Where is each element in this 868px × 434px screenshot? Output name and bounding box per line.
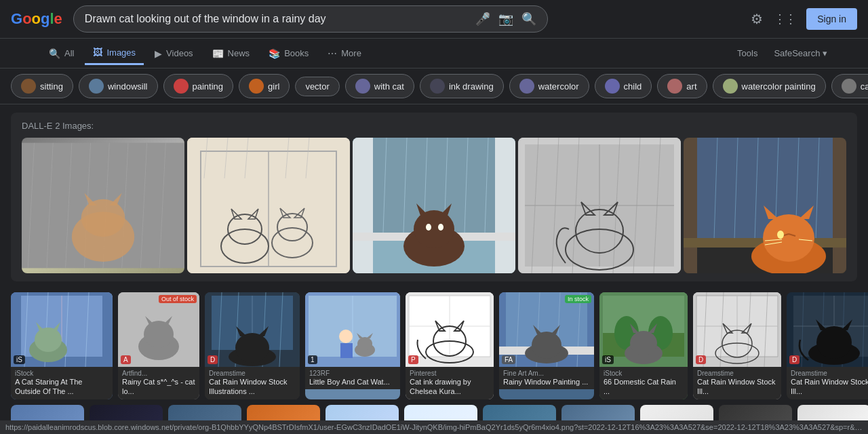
settings-icon[interactable]: ⚙ bbox=[751, 11, 763, 27]
chip-girl-thumb bbox=[249, 79, 264, 94]
tab-more-label: More bbox=[341, 48, 361, 58]
chip-ink-thumb bbox=[430, 79, 445, 94]
chip-watercolor-painting[interactable]: watercolor painting bbox=[713, 74, 826, 98]
dalle-image-3[interactable] bbox=[353, 138, 515, 273]
dalle-label: DALL-E 2 Images: bbox=[22, 121, 846, 131]
tab-all[interactable]: 🔍 All bbox=[41, 43, 82, 64]
svg-point-95 bbox=[144, 321, 174, 348]
chip-windowsill-thumb bbox=[89, 79, 104, 94]
svg-point-134 bbox=[532, 332, 561, 359]
camera-icon[interactable]: 📷 bbox=[498, 12, 513, 26]
search-submit-icon[interactable]: 🔍 bbox=[521, 12, 536, 26]
dalle-image-2[interactable] bbox=[187, 138, 350, 273]
result-item-1[interactable]: A Out of stock Artfind... Rainy Cat s*^_… bbox=[118, 292, 199, 399]
sign-in-button[interactable]: Sign in bbox=[806, 8, 857, 30]
chip-sitting[interactable]: sitting bbox=[11, 74, 73, 98]
chip-ink-drawing[interactable]: ink drawing bbox=[420, 74, 504, 98]
tab-all-label: All bbox=[64, 48, 74, 58]
logo-e: e bbox=[54, 10, 62, 27]
result-item-3[interactable]: 1 123RF Little Boy And Cat Wat... bbox=[305, 292, 400, 399]
result-title-6: 66 Domestic Cat Rain ... bbox=[604, 377, 684, 397]
chip-child[interactable]: child bbox=[595, 74, 652, 98]
svg-point-90 bbox=[35, 328, 62, 352]
dalle-image-4[interactable] bbox=[518, 138, 681, 273]
svg-rect-113 bbox=[340, 343, 353, 358]
svg-rect-63 bbox=[684, 138, 697, 273]
chip-cartoon-label: cartoon bbox=[861, 81, 868, 92]
logo-o1: o bbox=[22, 10, 31, 27]
tab-books[interactable]: 📚 Books bbox=[260, 43, 317, 64]
chip-cartoon-thumb bbox=[842, 79, 856, 94]
chip-painting-label: painting bbox=[193, 81, 224, 92]
tab-images[interactable]: 🖼 Images bbox=[85, 41, 144, 65]
chip-windowsill-label: windowsill bbox=[108, 81, 148, 92]
dalle-image-5[interactable] bbox=[684, 138, 846, 273]
chip-cartoon[interactable]: cartoon bbox=[831, 74, 868, 98]
chip-girl[interactable]: girl bbox=[239, 74, 290, 98]
chip-watercolor[interactable]: watercolor bbox=[509, 74, 589, 98]
nav-tabs: 🔍 All 🖼 Images ▶ Videos 📰 News 📚 Books ⋯… bbox=[0, 39, 868, 68]
search-input[interactable] bbox=[85, 13, 470, 25]
chip-child-thumb bbox=[605, 79, 620, 94]
chip-painting[interactable]: painting bbox=[163, 74, 234, 98]
tools-button[interactable]: Tools bbox=[729, 43, 766, 64]
logo-g: G bbox=[11, 10, 22, 27]
svg-point-73 bbox=[763, 214, 814, 262]
chip-vector[interactable]: vector bbox=[295, 77, 339, 96]
svg-rect-62 bbox=[697, 138, 833, 239]
result-title-2: Cat Rain Window Stock Illustrations ... bbox=[209, 377, 296, 397]
search-bar: 🎤 📷 🔍 bbox=[73, 5, 548, 33]
svg-rect-31 bbox=[353, 138, 373, 273]
mic-icon[interactable]: 🎤 bbox=[475, 12, 490, 26]
logo-g2: g bbox=[41, 10, 50, 27]
result-title-5: Rainy Window Painting ... bbox=[503, 377, 590, 387]
result-item-2[interactable]: D Dreamstime Cat Rain Window Stock Illus… bbox=[205, 292, 300, 399]
search-icon-group: 🎤 📷 🔍 bbox=[475, 12, 536, 26]
more-icon: ⋯ bbox=[328, 48, 337, 59]
header: Google 🎤 📷 🔍 ⚙ ⋮⋮ Sign in bbox=[0, 0, 868, 39]
tab-news[interactable]: 📰 News bbox=[204, 43, 258, 64]
svg-point-42 bbox=[414, 210, 454, 248]
chip-art-thumb bbox=[667, 79, 682, 94]
in-stock-badge-5: In stock bbox=[565, 295, 591, 303]
svg-point-11 bbox=[81, 199, 125, 237]
all-icon: 🔍 bbox=[49, 48, 60, 59]
tab-videos-label: Videos bbox=[166, 48, 193, 58]
chip-watercolor-label: watercolor bbox=[538, 81, 579, 92]
chip-art[interactable]: art bbox=[657, 74, 707, 98]
svg-rect-64 bbox=[833, 138, 846, 273]
result-item-4[interactable]: P Pinterest Cat ink drawing by Chelsea K… bbox=[406, 292, 494, 399]
logo-o2: o bbox=[32, 10, 41, 27]
chip-windowsill[interactable]: windowsill bbox=[79, 74, 158, 98]
google-logo[interactable]: Google bbox=[11, 10, 62, 28]
tab-images-label: Images bbox=[106, 47, 136, 58]
books-icon: 📚 bbox=[269, 48, 280, 59]
result-item-8[interactable]: D Dreamstime Cat Rain Window Stock Ill..… bbox=[787, 292, 868, 399]
result-title-4: Cat ink drawing by Chelsea Kura... bbox=[410, 377, 490, 397]
svg-point-167 bbox=[816, 326, 852, 359]
chip-art-label: art bbox=[686, 81, 696, 92]
chip-wc-painting-thumb bbox=[723, 79, 738, 94]
chip-child-label: child bbox=[624, 81, 642, 92]
safe-search[interactable]: SafeSearch ▾ bbox=[774, 48, 827, 58]
dalle-image-1[interactable] bbox=[22, 138, 184, 273]
videos-icon: ▶ bbox=[155, 48, 162, 59]
result-title-3: Little Boy And Cat Wat... bbox=[309, 377, 396, 387]
main-content: DALL-E 2 Images: bbox=[0, 104, 868, 434]
chip-with-cat[interactable]: with cat bbox=[345, 74, 414, 98]
chip-with-cat-label: with cat bbox=[374, 81, 404, 92]
result-title-1: Rainy Cat s*^_^s - cat lo... bbox=[122, 377, 195, 397]
images-icon: 🖼 bbox=[93, 47, 102, 58]
apps-icon[interactable]: ⋮⋮ bbox=[774, 12, 795, 26]
tab-more[interactable]: ⋯ More bbox=[319, 43, 370, 64]
out-of-stock-badge-1: Out of stock bbox=[159, 295, 197, 303]
result-item-7[interactable]: D Dreamstime Cat Rain Window Stock Ill..… bbox=[693, 292, 781, 399]
chip-girl-label: girl bbox=[268, 81, 279, 92]
tab-videos[interactable]: ▶ Videos bbox=[146, 43, 201, 64]
svg-point-112 bbox=[339, 330, 353, 343]
chip-painting-thumb bbox=[174, 79, 189, 94]
result-item-6[interactable]: iS iStock 66 Domestic Cat Rain ... bbox=[599, 292, 688, 399]
result-item-5[interactable]: FA In stock Fine Art Am... Rainy Window … bbox=[499, 292, 594, 399]
results-row-1: iS iStock A Cat Staring At The Outside O… bbox=[11, 292, 857, 399]
result-item-0[interactable]: iS iStock A Cat Staring At The Outside O… bbox=[11, 292, 113, 399]
